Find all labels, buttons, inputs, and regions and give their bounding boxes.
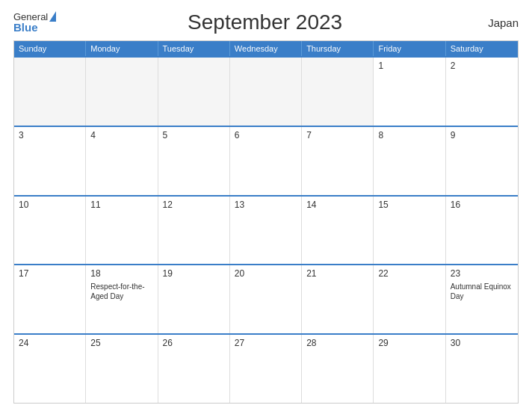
cal-cell: 20 (230, 265, 302, 333)
cell-day-number: 16 (451, 200, 513, 210)
logo-blue-text: Blue (13, 22, 56, 33)
cal-cell (158, 58, 230, 126)
cell-day-number: 18 (90, 268, 152, 279)
cell-day-number: 1 (378, 61, 440, 71)
cell-day-number: 27 (235, 338, 297, 348)
cal-cell: 7 (302, 127, 374, 195)
cell-day-number: 6 (235, 130, 297, 140)
calendar: Sunday Monday Tuesday Wednesday Thursday… (13, 40, 519, 404)
col-monday: Monday (86, 41, 158, 56)
cal-cell: 12 (158, 197, 230, 265)
cal-cell: 26 (158, 335, 230, 403)
cell-day-number: 28 (306, 338, 368, 348)
calendar-header: Sunday Monday Tuesday Wednesday Thursday… (14, 41, 518, 56)
cell-day-number: 5 (163, 130, 225, 140)
cell-day-number: 19 (163, 268, 225, 279)
cell-day-number: 10 (19, 200, 81, 210)
calendar-title: September 2023 (56, 10, 474, 34)
cell-day-number: 2 (451, 61, 513, 71)
cell-day-number: 8 (378, 130, 440, 140)
cell-day-number: 9 (451, 130, 513, 140)
cal-cell: 3 (14, 127, 86, 195)
cal-cell: 25 (86, 335, 158, 403)
cell-day-number: 3 (19, 130, 81, 140)
cal-cell: 10 (14, 197, 86, 265)
cell-day-number: 22 (378, 268, 440, 279)
calendar-row-0: 12 (14, 56, 518, 126)
country-label: Japan (474, 16, 519, 29)
cal-cell: 30 (446, 335, 518, 403)
cal-cell: 13 (230, 197, 302, 265)
cal-cell: 9 (446, 127, 518, 195)
cell-day-number: 11 (90, 200, 152, 210)
cell-day-number: 21 (306, 268, 368, 279)
cal-cell: 4 (86, 127, 158, 195)
cal-cell: 6 (230, 127, 302, 195)
calendar-row-2: 10111213141516 (14, 195, 518, 265)
cal-cell: 22 (374, 265, 445, 333)
cal-cell: 1 (374, 58, 445, 126)
cal-cell (14, 58, 86, 126)
cal-cell: 23Autumnal Equinox Day (446, 265, 518, 333)
cal-cell (302, 58, 374, 126)
cal-cell (86, 58, 158, 126)
cal-cell: 19 (158, 265, 230, 333)
cal-cell: 14 (302, 197, 374, 265)
cell-day-number: 13 (235, 200, 297, 210)
cell-day-number: 4 (90, 130, 152, 140)
calendar-body: 123456789101112131415161718Respect-for-t… (14, 56, 518, 403)
cal-cell: 15 (374, 197, 445, 265)
cell-day-number: 29 (378, 338, 440, 348)
cell-day-number: 17 (19, 268, 81, 279)
cell-day-number: 15 (378, 200, 440, 210)
header: General Blue September 2023 Japan (13, 10, 519, 34)
cal-cell: 21 (302, 265, 374, 333)
cal-cell: 17 (14, 265, 86, 333)
cell-day-number: 24 (19, 338, 81, 348)
cell-day-number: 7 (306, 130, 368, 140)
col-saturday: Saturday (446, 41, 518, 56)
cal-cell: 24 (14, 335, 86, 403)
cal-cell: 5 (158, 127, 230, 195)
cal-cell: 8 (374, 127, 445, 195)
cell-day-number: 30 (451, 338, 513, 348)
cell-day-number: 23 (451, 268, 513, 279)
cell-day-number: 25 (90, 338, 152, 348)
cal-cell: 29 (374, 335, 445, 403)
cal-cell: 27 (230, 335, 302, 403)
cal-cell: 2 (446, 58, 518, 126)
cal-cell: 18Respect-for-the-Aged Day (86, 265, 158, 333)
page: General Blue September 2023 Japan Sunday… (0, 0, 532, 411)
col-sunday: Sunday (14, 41, 86, 56)
calendar-row-1: 3456789 (14, 126, 518, 195)
cal-cell (230, 58, 302, 126)
calendar-row-3: 1718Respect-for-the-Aged Day1920212223Au… (14, 264, 518, 333)
col-wednesday: Wednesday (230, 41, 302, 56)
col-tuesday: Tuesday (158, 41, 230, 56)
cal-cell: 28 (302, 335, 374, 403)
cell-day-number: 20 (235, 268, 297, 279)
col-thursday: Thursday (302, 41, 374, 56)
col-friday: Friday (374, 41, 445, 56)
cell-event-label: Respect-for-the-Aged Day (90, 282, 152, 301)
cal-cell: 11 (86, 197, 158, 265)
cell-day-number: 26 (163, 338, 225, 348)
cal-cell: 16 (446, 197, 518, 265)
cell-event-label: Autumnal Equinox Day (451, 282, 513, 301)
logo: General Blue (13, 12, 56, 33)
cell-day-number: 12 (163, 200, 225, 210)
logo-triangle-icon (49, 11, 56, 22)
cell-day-number: 14 (306, 200, 368, 210)
calendar-row-4: 24252627282930 (14, 333, 518, 403)
